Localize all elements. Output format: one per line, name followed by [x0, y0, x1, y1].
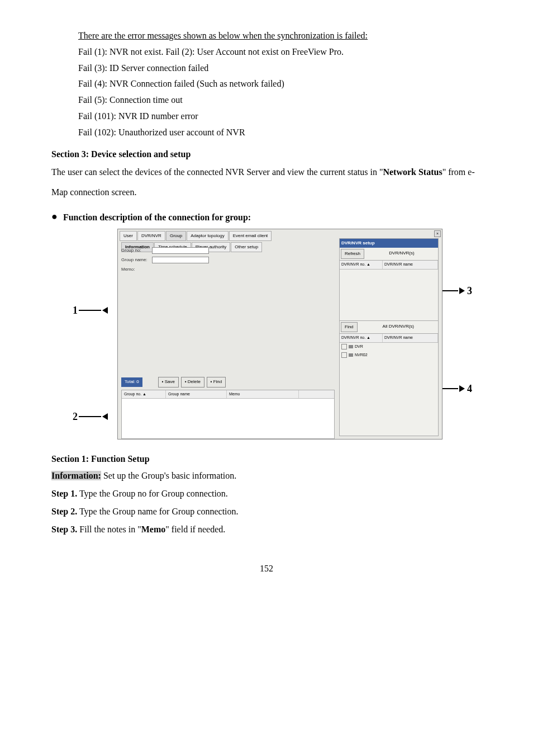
fail-line-1: Fail (1): NVR not exist. Fail (2): User … [78, 44, 488, 60]
save-icon: ▪ [162, 378, 164, 386]
list-item[interactable]: DVR [340, 343, 438, 351]
checkbox-icon[interactable] [341, 352, 347, 358]
bullet-icon: ● [51, 210, 58, 224]
info-text: Set up the Group's basic information. [101, 471, 236, 480]
label-groupno: Group no: [121, 247, 152, 254]
step2-text: Type the Group name for Group connection… [77, 507, 238, 516]
dialog-window: × User DVR/NVR Group Adaptor topology Ev… [117, 229, 442, 440]
col-memo[interactable]: Memo [227, 390, 299, 399]
tab-event[interactable]: Event email client [229, 231, 272, 241]
tab-group[interactable]: Group [166, 231, 186, 241]
fail-line-4: Fail (4): NVR Connection failed (Such as… [78, 76, 488, 92]
input-groupno[interactable] [152, 247, 209, 254]
tab-dvrnvr[interactable]: DVR/NVR [137, 231, 165, 241]
find-button-right[interactable]: Find [341, 322, 358, 332]
find-icon: ▪ [211, 378, 212, 386]
screenshot-diagram: 1 2 3 4 × User DVR/NVR Group [73, 229, 475, 441]
save-button[interactable]: ▪Save [158, 377, 179, 387]
fail-line-102: Fail (102): Unauthorized user account of… [78, 125, 488, 141]
find-button[interactable]: ▪Find [207, 377, 226, 387]
step1-label: Step 1. [51, 489, 77, 498]
right-col-name[interactable]: DVR/NVR name [383, 261, 438, 269]
camera-icon [349, 353, 353, 357]
checkbox-icon[interactable] [341, 344, 347, 349]
list-area: Group no. ▲ Group name Memo [121, 390, 335, 439]
fail-line-3: Fail (3): ID Server connection failed [78, 60, 488, 77]
col-groupno[interactable]: Group no. ▲ [122, 390, 166, 399]
step1-text: Type the Group no for Group connection. [77, 489, 228, 498]
camera-icon [349, 345, 353, 348]
arrow-left-icon [102, 413, 108, 420]
list-item[interactable]: NVR02 [340, 351, 438, 360]
step3-bold: Memo [141, 525, 166, 534]
callout-2-label: 2 [73, 408, 78, 426]
total-label: Total: 0 [121, 377, 142, 386]
input-groupname[interactable] [152, 257, 209, 263]
step3-label: Step 3. [51, 525, 77, 534]
fail-line-5: Fail (5): Connection time out [78, 92, 488, 108]
right-title: DVR/NVR setup [340, 239, 438, 248]
col-groupname[interactable]: Group name [166, 390, 227, 399]
alldvr-label: All DVR/NVR(s) [359, 321, 438, 333]
section3-bold: Network Status [383, 167, 442, 177]
refresh-button[interactable]: Refresh [341, 249, 364, 259]
arrow-right-icon [459, 385, 465, 392]
right-panel: DVR/NVR setup Refresh DVR/NVR(s) DVR/NVR… [339, 238, 439, 436]
right-col-no2[interactable]: DVR/NVR no. ▲ [340, 334, 383, 342]
info-label: Information: [51, 471, 101, 480]
callout-3-label: 3 [467, 282, 472, 300]
delete-button[interactable]: ▪Delete [181, 377, 204, 387]
dvrnvrs-label: DVR/NVR(s) [365, 248, 438, 260]
step3-pre: Fill the notes in " [77, 525, 141, 534]
section1-title: Section 1: Function Setup [51, 451, 488, 467]
delete-icon: ▪ [185, 378, 187, 386]
fail-line-101: Fail (101): NVR ID number error [78, 108, 488, 125]
tab-user[interactable]: User [120, 231, 137, 241]
callout-1-label: 1 [73, 301, 78, 319]
arrow-right-icon [459, 287, 465, 294]
section3-title: Section 3: Device selection and setup [51, 147, 488, 163]
errors-header: There are the error messages shown as be… [78, 31, 368, 40]
page-number: 152 [45, 561, 488, 577]
right-col-name2[interactable]: DVR/NVR name [383, 334, 438, 342]
arrow-left-icon [102, 307, 108, 314]
callout-4-label: 4 [467, 380, 472, 398]
label-memo: Memo: [121, 266, 152, 273]
right-col-no[interactable]: DVR/NVR no. ▲ [340, 261, 383, 269]
step2-label: Step 2. [51, 507, 77, 516]
section3-text-pre: The user can select the devices of the c… [51, 167, 383, 177]
tab-adaptor[interactable]: Adaptor topology [187, 231, 229, 241]
function-desc: Function description of the connection f… [63, 210, 251, 226]
step3-post: " field if needed. [165, 525, 225, 534]
label-groupname: Group name: [121, 256, 152, 264]
close-icon[interactable]: × [434, 230, 441, 237]
